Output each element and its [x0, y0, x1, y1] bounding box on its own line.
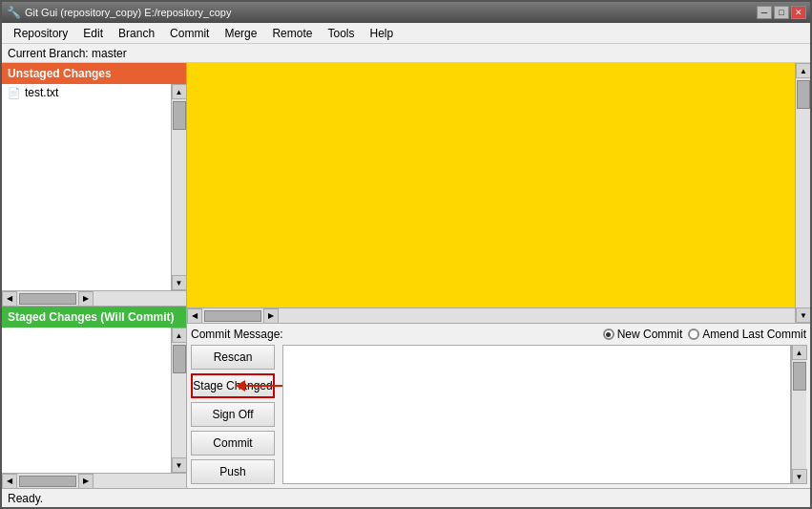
diff-scroll-up[interactable]: ▲ — [796, 63, 810, 78]
window-title: Git Gui (repository_copy) E:/repository_… — [25, 7, 757, 18]
commit-button[interactable]: Commit — [191, 431, 275, 456]
diff-scroll-down[interactable]: ▼ — [796, 308, 810, 323]
menu-help[interactable]: Help — [362, 25, 401, 42]
diff-hscroll-thumb[interactable] — [204, 310, 261, 322]
unstaged-header: Unstaged Changes — [2, 63, 186, 84]
commit-vscroll-thumb[interactable] — [793, 362, 806, 391]
staged-scroll-right[interactable]: ▶ — [78, 474, 94, 489]
maximize-button[interactable]: □ — [774, 6, 789, 19]
commit-textarea[interactable] — [282, 345, 791, 484]
diff-vscroll-track — [796, 78, 810, 308]
diff-container: ◀ ▶ — [187, 63, 795, 323]
commit-textarea-vscrollbar[interactable]: ▲ ▼ — [791, 345, 806, 484]
title-bar: 🔧 Git Gui (repository_copy) E:/repositor… — [2, 2, 810, 23]
hscroll-thumb[interactable] — [19, 293, 76, 305]
status-text: Ready. — [8, 492, 43, 505]
radio-new-label: New Commit — [617, 328, 683, 341]
unstaged-list-area: 📄 test.txt ▲ ▼ — [2, 84, 186, 290]
staged-hscroll-thumb[interactable] — [19, 476, 76, 487]
diff-hscrollbar[interactable]: ◀ ▶ — [187, 308, 795, 323]
arrow-line — [245, 385, 283, 387]
app-icon: 🔧 — [6, 5, 21, 20]
staged-scroll-up[interactable]: ▲ — [172, 328, 187, 343]
close-button[interactable]: ✕ — [791, 6, 806, 19]
radio-new-circle[interactable] — [603, 329, 614, 340]
right-panel: ◀ ▶ ▲ ▼ Commit Message: — [187, 63, 810, 488]
left-panel: Unstaged Changes 📄 test.txt ▲ ▼ — [2, 63, 187, 488]
menu-commit[interactable]: Commit — [162, 25, 217, 42]
file-name: test.txt — [25, 86, 58, 99]
diff-view — [187, 63, 795, 308]
staged-scroll-thumb[interactable] — [173, 345, 186, 373]
commit-scroll-up[interactable]: ▲ — [792, 345, 807, 360]
scroll-down-arrow[interactable]: ▼ — [172, 275, 187, 290]
arrow-head-icon — [236, 380, 245, 392]
radio-group: New Commit Amend Last Commit — [603, 328, 806, 341]
diff-vscrollbar[interactable]: ▲ ▼ — [795, 63, 810, 323]
staged-header: Staged Changes (Will Commit) — [2, 307, 186, 328]
staged-vscrollbar[interactable]: ▲ ▼ — [171, 328, 186, 473]
radio-new-commit[interactable]: New Commit — [603, 328, 683, 341]
rescan-button[interactable]: Rescan — [191, 345, 275, 370]
menu-remote[interactable]: Remote — [264, 25, 320, 42]
list-item[interactable]: 📄 test.txt — [2, 84, 171, 101]
staged-scroll-track — [173, 343, 186, 457]
commit-message-row: Commit Message: New Commit Amend Last Co… — [191, 328, 806, 341]
unstaged-file-list: 📄 test.txt — [2, 84, 171, 290]
current-branch: Current Branch: master — [2, 44, 810, 63]
diff-section: ◀ ▶ ▲ ▼ — [187, 63, 810, 323]
unstaged-hscrollbar[interactable]: ◀ ▶ — [2, 290, 186, 306]
sign-off-button[interactable]: Sign Off — [191, 402, 275, 427]
main-area: Unstaged Changes 📄 test.txt ▲ ▼ — [2, 63, 810, 488]
radio-amend-circle[interactable] — [688, 329, 699, 340]
staged-section: Staged Changes (Will Commit) ▲ ▼ ◀ ▶ — [2, 307, 186, 488]
scroll-right-arrow[interactable]: ▶ — [78, 291, 94, 307]
file-icon: 📄 — [8, 87, 21, 99]
scroll-thumb[interactable] — [173, 101, 186, 130]
scroll-left-arrow[interactable]: ◀ — [2, 291, 17, 307]
push-button[interactable]: Push — [191, 459, 275, 484]
staged-file-list — [2, 328, 171, 473]
staged-scroll-down[interactable]: ▼ — [172, 457, 187, 473]
menu-edit[interactable]: Edit — [75, 25, 111, 42]
window-controls: ─ □ ✕ — [757, 6, 806, 19]
menu-merge[interactable]: Merge — [217, 25, 264, 42]
staged-hscrollbar[interactable]: ◀ ▶ — [2, 473, 186, 488]
radio-amend-commit[interactable]: Amend Last Commit — [688, 328, 806, 341]
scroll-track — [173, 99, 186, 275]
scroll-up-arrow[interactable]: ▲ — [172, 84, 187, 99]
commit-scroll-down[interactable]: ▼ — [792, 469, 807, 484]
radio-amend-label: Amend Last Commit — [702, 328, 806, 341]
menu-branch[interactable]: Branch — [111, 25, 162, 42]
action-buttons: Rescan Stage Changed Sign Off Commit Pus… — [191, 345, 279, 484]
menu-repository[interactable]: Repository — [6, 25, 75, 42]
commit-vscroll-track — [793, 360, 806, 469]
minimize-button[interactable]: ─ — [757, 6, 772, 19]
status-bar: Ready. — [2, 488, 810, 507]
menu-tools[interactable]: Tools — [320, 25, 362, 42]
diff-scroll-right[interactable]: ▶ — [263, 308, 279, 324]
stage-changed-wrapper: Stage Changed — [191, 373, 279, 398]
main-window: 🔧 Git Gui (repository_copy) E:/repositor… — [0, 0, 812, 509]
diff-vscroll-thumb[interactable] — [797, 80, 810, 109]
staged-scroll-left[interactable]: ◀ — [2, 474, 17, 489]
commit-message-area: ▲ ▼ — [282, 345, 806, 484]
menu-bar: Repository Edit Branch Commit Merge Remo… — [2, 23, 810, 44]
staged-list-area: ▲ ▼ — [2, 328, 186, 473]
unstaged-vscrollbar[interactable]: ▲ ▼ — [171, 84, 186, 290]
arrow-annotation — [236, 380, 283, 392]
diff-scroll-left[interactable]: ◀ — [187, 308, 202, 324]
commit-message-label: Commit Message: — [191, 328, 283, 341]
unstaged-section: Unstaged Changes 📄 test.txt ▲ ▼ — [2, 63, 186, 307]
commit-lower: Rescan Stage Changed Sign Off Commit Pus… — [191, 345, 806, 484]
commit-area: Commit Message: New Commit Amend Last Co… — [187, 323, 810, 488]
